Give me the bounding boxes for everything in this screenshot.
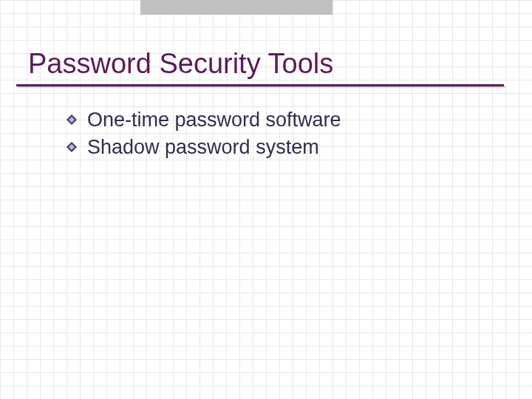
bullet-list: One-time password software Shadow passwo… (66, 107, 532, 160)
slide-container: Password Security Tools One-time passwor… (0, 0, 532, 399)
diamond-bullet-icon (66, 142, 77, 152)
slide-body: One-time password software Shadow passwo… (0, 86, 532, 160)
slide-title: Password Security Tools (0, 48, 532, 80)
list-item: Shadow password system (66, 134, 532, 160)
bullet-text: One-time password software (87, 109, 341, 131)
bullet-text: Shadow password system (87, 136, 319, 158)
diamond-bullet-icon (66, 115, 77, 125)
list-item: One-time password software (66, 107, 532, 133)
